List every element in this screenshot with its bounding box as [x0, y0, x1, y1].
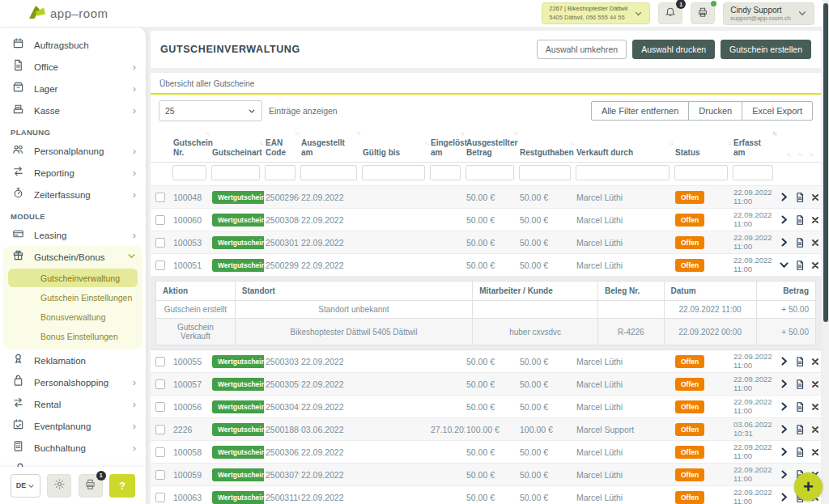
document-icon[interactable]	[794, 192, 806, 203]
row-checkbox[interactable]	[155, 238, 165, 248]
row-checkbox[interactable]	[155, 493, 165, 502]
document-icon[interactable]	[794, 356, 806, 367]
delete-icon[interactable]	[810, 357, 820, 366]
sidebar-item-personalplanung[interactable]: Personalplanung›	[0, 140, 146, 162]
filter-input-art[interactable]	[211, 165, 260, 180]
sidebar-item-reklamation[interactable]: Reklamation	[0, 349, 146, 371]
row-checkbox[interactable]	[155, 470, 165, 480]
sidebar-item-gutschein-einstellungen[interactable]: Gutschein Einstellungen	[8, 288, 138, 307]
sidebar-item-zeiterfassung[interactable]: Zeiterfassung›	[0, 184, 146, 205]
delete-icon[interactable]	[810, 379, 820, 389]
expand-icon[interactable]	[779, 401, 789, 412]
filter-input-status[interactable]	[674, 165, 728, 180]
delete-icon[interactable]	[810, 215, 820, 225]
document-icon[interactable]	[794, 214, 806, 226]
sort-icon[interactable]: ↑↓	[513, 130, 517, 137]
document-icon[interactable]	[794, 447, 806, 458]
sort-icon[interactable]: ↑↓	[295, 130, 299, 137]
delete-icon[interactable]	[810, 260, 820, 270]
print-selection-button[interactable]: Auswahl drucken	[632, 40, 715, 59]
page-length-select[interactable]: 25	[159, 100, 262, 121]
sidebar-item-kasse[interactable]: Kasse›	[0, 100, 146, 121]
sort-icon[interactable]: ↑↓	[570, 140, 574, 146]
expand-icon[interactable]	[779, 356, 789, 366]
document-icon[interactable]	[794, 424, 806, 435]
row-checkbox[interactable]	[155, 402, 165, 412]
sidebar-item-bonus-einstellungen[interactable]: Bonus Einstellungen	[8, 327, 138, 345]
sidebar-item-buchhaltung[interactable]: Buchhaltung›	[0, 437, 146, 459]
row-checkbox[interactable]	[155, 260, 165, 270]
document-icon[interactable]	[794, 379, 806, 390]
sidebar-item-office[interactable]: Office›	[0, 56, 146, 78]
sort-icon[interactable]: ↑↓	[424, 140, 428, 146]
filter-input-verkauft[interactable]	[576, 165, 670, 180]
filter-input-eingeloest[interactable]	[430, 165, 461, 180]
sidebar-item-lager[interactable]: Lager›	[0, 78, 146, 100]
expand-icon[interactable]	[779, 447, 789, 457]
expand-icon[interactable]	[779, 424, 789, 434]
document-icon[interactable]	[794, 260, 806, 271]
expand-icon[interactable]	[779, 469, 789, 480]
sort-icon[interactable]: ↑↓	[669, 140, 673, 146]
delete-icon[interactable]	[810, 447, 820, 457]
row-checkbox[interactable]	[155, 379, 165, 389]
filter-input-nr[interactable]	[172, 165, 206, 180]
sidebar-item-eventplanung[interactable]: Eventplanung›	[0, 415, 146, 437]
notifications-button[interactable]: 1	[658, 2, 682, 24]
sidebar-item-bonusverwaltung[interactable]: Bonusverwaltung	[8, 307, 138, 326]
page-scrollbar[interactable]	[823, 0, 829, 504]
help-button[interactable]: ?	[109, 474, 135, 498]
expand-icon[interactable]	[779, 379, 789, 389]
sort-icon[interactable]: ↑↓	[727, 140, 731, 146]
excel-export-button[interactable]: Excel Export	[742, 101, 813, 121]
sidebar-item-auftragsbuch[interactable]: Auftragsbuch	[0, 34, 146, 56]
sort-icon[interactable]: ↑↓	[206, 130, 210, 137]
row-checkbox[interactable]	[155, 215, 165, 225]
delete-icon[interactable]	[810, 193, 820, 202]
invert-selection-button[interactable]: Auswahl umkehren	[537, 40, 627, 59]
delete-icon[interactable]	[810, 238, 820, 248]
sort-icon[interactable]: ↑↓	[356, 130, 360, 137]
user-menu[interactable]: Cindy Support support@app-room.ch	[723, 2, 814, 25]
sidebar-item-leasing[interactable]: Leasing›	[0, 224, 146, 246]
sidebar-item-rental[interactable]: Rental›	[0, 393, 146, 415]
row-checkbox[interactable]	[155, 425, 165, 434]
print-table-button[interactable]: Drucken	[688, 101, 742, 121]
filter-input-gueltig[interactable]	[362, 165, 425, 180]
sidebar-item-gutschein-bonus[interactable]: Gutschein/Bonus	[3, 246, 142, 268]
sidebar-item-gutscheinverwaltung[interactable]: Gutscheinverwaltung	[8, 269, 138, 287]
settings-button[interactable]	[47, 474, 71, 498]
add-voucher-fab[interactable]: +	[794, 472, 823, 501]
expand-icon[interactable]	[779, 492, 789, 502]
sort-icon[interactable]: ↑↓	[772, 130, 776, 137]
create-voucher-button[interactable]: Gutschein erstellen	[721, 40, 811, 59]
row-checkbox[interactable]	[155, 357, 165, 366]
expand-icon[interactable]	[779, 192, 789, 202]
row-checkbox[interactable]	[155, 447, 165, 457]
shop-selector[interactable]: 2267 | Bikeshoptester Dättwil 5405 Dättw…	[542, 2, 650, 24]
print-queue-button[interactable]: 1	[79, 474, 103, 498]
document-icon[interactable]	[794, 237, 806, 248]
delete-icon[interactable]	[810, 402, 820, 412]
filter-input-rest[interactable]	[519, 165, 571, 180]
delete-icon[interactable]	[810, 425, 820, 434]
sort-icon[interactable]: ↑↓	[460, 130, 464, 137]
sort-icon[interactable]: ↑↓	[259, 140, 263, 146]
expand-icon[interactable]	[779, 214, 789, 225]
document-icon[interactable]	[794, 401, 806, 413]
sort-icon[interactable]: ↑↓	[797, 151, 801, 158]
filter-input-ausgestellt[interactable]	[300, 165, 357, 180]
print-status-button[interactable]	[691, 2, 715, 24]
tab-all-vouchers[interactable]: Übersicht aller Gutscheine	[159, 79, 254, 88]
sort-icon[interactable]: ↑↓	[786, 151, 790, 158]
expand-icon[interactable]	[779, 237, 789, 248]
filter-input-erfasst[interactable]	[733, 165, 773, 180]
scrollbar-thumb[interactable]	[823, 3, 828, 322]
language-select[interactable]: DE	[11, 474, 40, 498]
clear-filters-button[interactable]: Alle Filter entfernen	[591, 101, 689, 121]
row-checkbox[interactable]	[155, 193, 165, 202]
collapse-icon[interactable]	[779, 260, 789, 270]
sidebar-item-reporting[interactable]: Reporting›	[0, 162, 146, 184]
sort-icon[interactable]: ↑↓	[809, 151, 813, 158]
filter-input-betrag[interactable]	[466, 165, 514, 180]
